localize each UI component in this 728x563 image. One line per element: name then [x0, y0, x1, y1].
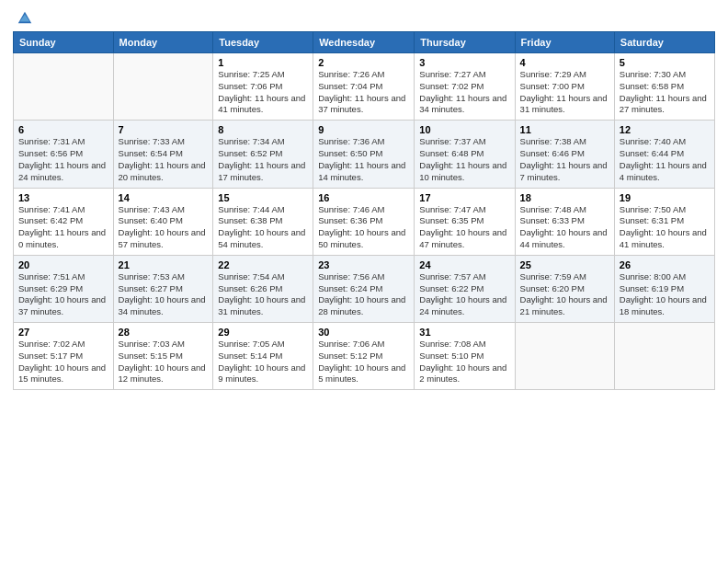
calendar-week-row: 1Sunrise: 7:25 AM Sunset: 7:06 PM Daylig… [14, 53, 715, 121]
day-number: 15 [218, 192, 308, 203]
day-info: Sunrise: 7:02 AM Sunset: 5:17 PM Dayligh… [18, 339, 108, 385]
day-info: Sunrise: 7:25 AM Sunset: 7:06 PM Dayligh… [218, 69, 308, 116]
day-number: 1 [218, 57, 308, 68]
day-number: 8 [218, 124, 308, 135]
calendar-cell [515, 323, 614, 390]
day-info: Sunrise: 7:34 AM Sunset: 6:52 PM Dayligh… [218, 136, 308, 183]
calendar-cell: 19Sunrise: 7:50 AM Sunset: 6:31 PM Dayli… [614, 188, 714, 255]
day-number: 4 [520, 57, 609, 68]
day-info: Sunrise: 7:08 AM Sunset: 5:10 PM Dayligh… [419, 339, 509, 385]
day-info: Sunrise: 8:00 AM Sunset: 6:19 PM Dayligh… [620, 271, 710, 318]
weekday-header: Friday [515, 32, 614, 53]
calendar-cell: 8Sunrise: 7:34 AM Sunset: 6:52 PM Daylig… [213, 121, 313, 188]
weekday-header: Monday [113, 32, 213, 53]
calendar-header-row: SundayMondayTuesdayWednesdayThursdayFrid… [14, 32, 715, 53]
day-info: Sunrise: 7:48 AM Sunset: 6:33 PM Dayligh… [520, 204, 609, 251]
calendar-cell: 11Sunrise: 7:38 AM Sunset: 6:46 PM Dayli… [515, 121, 614, 188]
calendar-week-row: 27Sunrise: 7:02 AM Sunset: 5:17 PM Dayli… [14, 323, 715, 390]
logo [13, 9, 33, 26]
calendar-week-row: 13Sunrise: 7:41 AM Sunset: 6:42 PM Dayli… [14, 188, 715, 255]
day-number: 7 [119, 124, 209, 135]
day-number: 13 [18, 192, 108, 203]
day-info: Sunrise: 7:03 AM Sunset: 5:15 PM Dayligh… [119, 339, 209, 385]
calendar-cell: 21Sunrise: 7:53 AM Sunset: 6:27 PM Dayli… [113, 255, 213, 322]
day-number: 9 [318, 124, 409, 135]
day-number: 21 [119, 259, 209, 270]
day-info: Sunrise: 7:06 AM Sunset: 5:12 PM Dayligh… [318, 339, 409, 385]
day-info: Sunrise: 7:37 AM Sunset: 6:48 PM Dayligh… [419, 136, 509, 183]
day-number: 10 [419, 124, 509, 135]
day-info: Sunrise: 7:30 AM Sunset: 6:58 PM Dayligh… [620, 69, 710, 116]
calendar-cell: 18Sunrise: 7:48 AM Sunset: 6:33 PM Dayli… [515, 188, 614, 255]
day-info: Sunrise: 7:56 AM Sunset: 6:24 PM Dayligh… [318, 271, 409, 318]
day-info: Sunrise: 7:36 AM Sunset: 6:50 PM Dayligh… [318, 136, 409, 183]
calendar-cell: 4Sunrise: 7:29 AM Sunset: 7:00 PM Daylig… [515, 53, 614, 121]
day-info: Sunrise: 7:31 AM Sunset: 6:56 PM Dayligh… [18, 136, 108, 183]
calendar-cell: 15Sunrise: 7:44 AM Sunset: 6:38 PM Dayli… [213, 188, 313, 255]
day-info: Sunrise: 7:43 AM Sunset: 6:40 PM Dayligh… [119, 204, 209, 251]
day-number: 3 [419, 57, 509, 68]
weekday-header: Sunday [14, 32, 114, 53]
calendar-cell: 29Sunrise: 7:05 AM Sunset: 5:14 PM Dayli… [213, 323, 313, 390]
day-number: 11 [520, 124, 609, 135]
day-number: 6 [18, 124, 108, 135]
day-number: 31 [419, 327, 509, 338]
day-info: Sunrise: 7:33 AM Sunset: 6:54 PM Dayligh… [119, 136, 209, 183]
day-info: Sunrise: 7:50 AM Sunset: 6:31 PM Dayligh… [620, 204, 710, 251]
calendar-cell [113, 53, 213, 121]
weekday-header: Thursday [415, 32, 515, 53]
day-info: Sunrise: 7:59 AM Sunset: 6:20 PM Dayligh… [520, 271, 609, 318]
calendar-cell: 28Sunrise: 7:03 AM Sunset: 5:15 PM Dayli… [113, 323, 213, 390]
day-info: Sunrise: 7:53 AM Sunset: 6:27 PM Dayligh… [119, 271, 209, 318]
calendar-cell: 26Sunrise: 8:00 AM Sunset: 6:19 PM Dayli… [614, 255, 714, 322]
logo-text [13, 9, 33, 26]
day-number: 22 [218, 259, 308, 270]
calendar-cell: 25Sunrise: 7:59 AM Sunset: 6:20 PM Dayli… [515, 255, 614, 322]
calendar-week-row: 6Sunrise: 7:31 AM Sunset: 6:56 PM Daylig… [14, 121, 715, 188]
day-info: Sunrise: 7:57 AM Sunset: 6:22 PM Dayligh… [419, 271, 509, 318]
calendar-cell: 2Sunrise: 7:26 AM Sunset: 7:04 PM Daylig… [313, 53, 415, 121]
day-number: 18 [520, 192, 609, 203]
calendar-cell [614, 323, 714, 390]
day-number: 16 [318, 192, 409, 203]
calendar-cell: 6Sunrise: 7:31 AM Sunset: 6:56 PM Daylig… [14, 121, 114, 188]
day-number: 19 [620, 192, 710, 203]
calendar-cell: 10Sunrise: 7:37 AM Sunset: 6:48 PM Dayli… [415, 121, 515, 188]
day-number: 17 [419, 192, 509, 203]
calendar-week-row: 20Sunrise: 7:51 AM Sunset: 6:29 PM Dayli… [14, 255, 715, 322]
day-info: Sunrise: 7:29 AM Sunset: 7:00 PM Dayligh… [520, 69, 609, 116]
day-info: Sunrise: 7:27 AM Sunset: 7:02 PM Dayligh… [419, 69, 509, 116]
day-number: 14 [119, 192, 209, 203]
calendar-cell: 30Sunrise: 7:06 AM Sunset: 5:12 PM Dayli… [313, 323, 415, 390]
day-info: Sunrise: 7:47 AM Sunset: 6:35 PM Dayligh… [419, 204, 509, 251]
day-number: 23 [318, 259, 409, 270]
day-info: Sunrise: 7:54 AM Sunset: 6:26 PM Dayligh… [218, 271, 308, 318]
calendar-cell: 20Sunrise: 7:51 AM Sunset: 6:29 PM Dayli… [14, 255, 114, 322]
calendar-cell: 3Sunrise: 7:27 AM Sunset: 7:02 PM Daylig… [415, 53, 515, 121]
logo-icon [17, 9, 33, 26]
calendar-cell: 5Sunrise: 7:30 AM Sunset: 6:58 PM Daylig… [614, 53, 714, 121]
calendar-cell [14, 53, 114, 121]
weekday-header: Tuesday [213, 32, 313, 53]
calendar-cell: 9Sunrise: 7:36 AM Sunset: 6:50 PM Daylig… [313, 121, 415, 188]
calendar-cell: 13Sunrise: 7:41 AM Sunset: 6:42 PM Dayli… [14, 188, 114, 255]
header-row [13, 9, 715, 26]
weekday-header: Wednesday [313, 32, 415, 53]
day-info: Sunrise: 7:38 AM Sunset: 6:46 PM Dayligh… [520, 136, 609, 183]
weekday-header: Saturday [614, 32, 714, 53]
calendar-cell: 12Sunrise: 7:40 AM Sunset: 6:44 PM Dayli… [614, 121, 714, 188]
calendar-table: SundayMondayTuesdayWednesdayThursdayFrid… [13, 31, 715, 390]
day-info: Sunrise: 7:41 AM Sunset: 6:42 PM Dayligh… [18, 204, 108, 251]
day-info: Sunrise: 7:51 AM Sunset: 6:29 PM Dayligh… [18, 271, 108, 318]
day-info: Sunrise: 7:40 AM Sunset: 6:44 PM Dayligh… [620, 136, 710, 183]
calendar-cell: 16Sunrise: 7:46 AM Sunset: 6:36 PM Dayli… [313, 188, 415, 255]
day-number: 20 [18, 259, 108, 270]
day-number: 12 [620, 124, 710, 135]
day-number: 25 [520, 259, 609, 270]
day-number: 2 [318, 57, 409, 68]
calendar-cell: 24Sunrise: 7:57 AM Sunset: 6:22 PM Dayli… [415, 255, 515, 322]
day-number: 30 [318, 327, 409, 338]
day-info: Sunrise: 7:26 AM Sunset: 7:04 PM Dayligh… [318, 69, 409, 116]
day-info: Sunrise: 7:44 AM Sunset: 6:38 PM Dayligh… [218, 204, 308, 251]
calendar-cell: 23Sunrise: 7:56 AM Sunset: 6:24 PM Dayli… [313, 255, 415, 322]
